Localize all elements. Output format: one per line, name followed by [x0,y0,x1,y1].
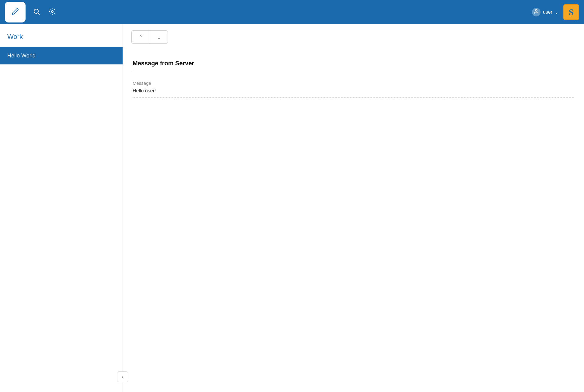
navigate-down-button[interactable]: ⌄ [150,30,168,44]
sidebar-section-title: Work [0,24,123,47]
sidebar-item-label: Hello World [7,53,36,59]
gear-icon[interactable] [49,8,56,16]
header-icons [33,8,56,16]
svg-point-0 [34,9,38,13]
header: user ⌄ S [0,0,584,24]
user-name-label: user [543,9,552,15]
svg-point-3 [535,9,537,11]
content-area: ⌃ ⌄ Message from Server Message Hello us… [123,24,584,392]
sidebar: Work Hello World ‹ [0,24,123,392]
chevron-down-icon: ⌄ [157,34,161,40]
sidebar-item-hello-world[interactable]: Hello World [0,47,123,64]
content-toolbar: ⌃ ⌄ [123,24,584,50]
content-body: Message from Server Message Hello user! [123,50,584,392]
sidebar-collapse-button[interactable]: ‹ [117,371,128,382]
header-right: user ⌄ S [532,4,579,20]
chevron-left-icon: ‹ [122,374,123,379]
chevron-up-icon: ⌃ [139,34,143,40]
search-icon[interactable] [33,8,40,16]
svg-line-1 [38,13,40,15]
logo-area [5,2,26,22]
main-layout: Work Hello World ‹ ⌃ ⌄ Message from Serv… [0,24,584,392]
user-avatar [532,8,541,16]
svg-point-2 [51,11,53,12]
user-dropdown-chevron: ⌄ [555,10,558,15]
app-logo: S [563,4,579,20]
user-menu[interactable]: user ⌄ [532,8,558,16]
field-value: Hello user! [133,88,574,98]
content-divider [133,72,574,72]
field-label: Message [133,81,574,86]
navigate-up-button[interactable]: ⌃ [131,30,150,44]
app-logo-letter: S [569,8,574,17]
pencil-icon [12,8,19,16]
user-icon [534,9,539,15]
panel-title: Message from Server [133,60,574,67]
